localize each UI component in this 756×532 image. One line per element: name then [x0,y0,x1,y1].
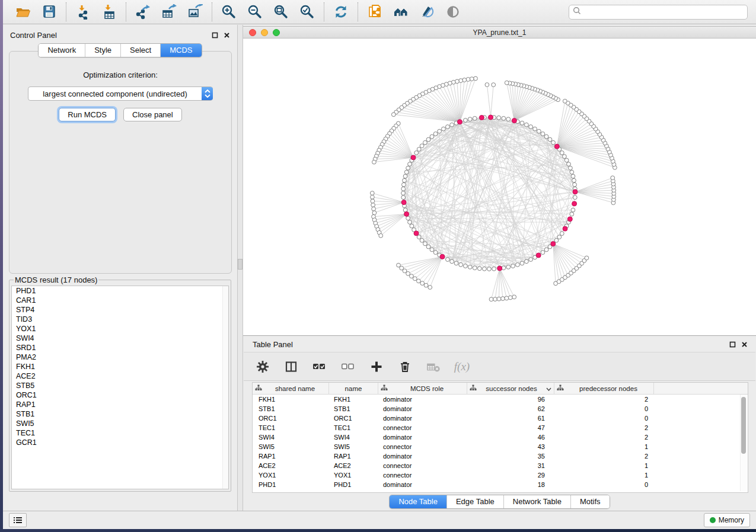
mcds-result-list[interactable]: PHD1CAR1STP4TID3YOX1SWI4SRD1PMA2FKH1ACE2… [11,286,229,489]
import-network-icon[interactable] [75,4,91,20]
table-row[interactable]: SWI4SWI4dominator462 [253,432,748,442]
close-panel-icon[interactable] [741,341,748,348]
cell-name: SWI4 [329,434,378,441]
import-table-icon[interactable] [101,4,117,20]
mcds-result-node[interactable]: TID3 [12,315,228,324]
panel-divider[interactable] [237,25,243,511]
mcds-result-node[interactable]: TEC1 [12,428,228,438]
column-label: name [331,385,375,392]
tab-node-table[interactable]: Node Table [390,495,446,508]
export-image-icon[interactable] [187,4,203,20]
column-header-name[interactable]: name [329,383,378,394]
zoom-out-icon[interactable] [247,4,263,20]
delete-column-icon[interactable] [398,360,412,374]
mcds-result-node[interactable]: SRD1 [12,343,228,352]
export-network-icon[interactable] [135,4,151,20]
scrollbar-thumb[interactable] [741,397,746,454]
search-box[interactable] [569,5,748,20]
tab-select[interactable]: Select [120,44,160,57]
table-row[interactable]: SWI5SWI5connector431 [253,442,748,451]
tab-style[interactable]: Style [85,44,120,57]
table-row[interactable]: RAP1RAP1dominator352 [253,451,748,461]
mcds-result-node[interactable]: PHD1 [12,286,228,296]
mcds-result-node[interactable]: YOX1 [12,324,228,334]
mcds-result-node[interactable]: GCR1 [12,438,228,447]
task-history-button[interactable] [9,513,27,527]
float-panel-icon[interactable] [729,341,736,348]
tab-motifs[interactable]: Motifs [570,495,610,508]
mcds-result-node[interactable]: SWI5 [12,419,228,428]
zoom-selected-icon[interactable] [299,4,315,20]
select-all-icon[interactable] [312,360,327,374]
divider-handle-icon[interactable] [238,259,243,270]
new-network-from-selection-icon[interactable] [366,4,383,20]
mcds-result-title: MCDS result (17 nodes) [14,275,98,284]
table-row[interactable]: TEC1TEC1connector472 [253,423,748,432]
memory-status-icon [710,517,716,523]
mcds-result-node[interactable]: PMA2 [12,352,228,362]
maximize-window-icon[interactable] [273,29,280,36]
tab-network[interactable]: Network [39,44,85,57]
column-header-shared-name[interactable]: shared name [253,383,329,394]
tab-network-table[interactable]: Network Table [503,495,570,508]
list-scrollbar[interactable] [222,286,228,489]
save-session-icon[interactable] [41,4,58,20]
cell-shared-name: SWI4 [253,434,329,441]
search-input[interactable] [583,7,744,17]
network-graph[interactable] [243,39,756,335]
close-window-icon[interactable] [249,29,256,36]
mcds-result-node[interactable]: STB1 [12,409,228,419]
column-header-MCDS-role[interactable]: MCDS role [378,383,467,394]
refresh-icon[interactable] [333,4,349,20]
mcds-result-node[interactable]: STP4 [12,305,228,315]
mcds-result-node[interactable]: SWI4 [12,334,228,343]
table-row[interactable]: YOX1YOX1connector291 [253,470,748,480]
function-builder-icon: f(x) [455,360,469,374]
close-panel-icon[interactable] [223,31,230,39]
mcds-result-node[interactable]: CAR1 [12,296,228,305]
table-row[interactable]: ORC1ORC1dominator610 [253,414,748,423]
network-window-titlebar[interactable]: YPA_prune.txt_1 [243,27,756,39]
show-hide-icon[interactable] [445,4,461,20]
column-label: shared name [264,385,326,392]
deselect-all-icon[interactable] [341,360,355,374]
mcds-result-node[interactable]: ORC1 [12,390,228,400]
column-header-successor-nodes[interactable]: successor nodes [467,383,554,394]
export-table-icon[interactable] [161,4,177,20]
optimization-criterion-select[interactable]: largest connected component (undirected) [28,86,213,101]
mcds-result-node[interactable]: ACE2 [12,371,228,381]
memory-button[interactable]: Memory [704,513,750,527]
network-browser-icon[interactable] [393,4,409,20]
network-canvas[interactable] [243,39,756,335]
zoom-fit-icon[interactable] [273,4,289,20]
column-type-icon [557,384,564,392]
selected-option: largest connected component (undirected) [28,89,202,98]
cell-MCDS-role: dominator [378,415,467,422]
mcds-result-node[interactable]: STB5 [12,381,228,390]
close-panel-button[interactable]: Close panel [123,108,182,121]
cell-name: ACE2 [329,462,378,469]
toggle-column-icon[interactable] [284,360,298,374]
zoom-in-icon[interactable] [221,4,237,20]
float-panel-icon[interactable] [211,31,218,39]
cell-shared-name: FKH1 [253,396,329,403]
hide-graphics-details-icon[interactable] [419,4,435,20]
run-mcds-button[interactable]: Run MCDS [59,108,116,121]
settings-gear-icon[interactable] [256,360,270,374]
minimize-window-icon[interactable] [261,29,268,36]
tab-edge-table[interactable]: Edge Table [446,495,503,508]
mcds-result-node[interactable]: RAP1 [12,400,228,409]
table-row[interactable]: PHD1PHD1dominator180 [253,480,748,489]
network-view-window: YPA_prune.txt_1 [243,26,756,335]
table-row[interactable]: ACE2ACE2connector311 [253,461,748,470]
main-toolbar [3,0,756,24]
add-column-icon[interactable] [369,360,384,374]
table-scrollbar[interactable] [740,395,747,491]
column-header-predecessor-nodes[interactable]: predecessor nodes [554,383,654,394]
tab-mcds[interactable]: MCDS [160,44,201,57]
open-file-icon[interactable] [15,4,31,20]
mcds-result-node[interactable]: FKH1 [12,362,228,371]
table-row[interactable]: FKH1FKH1dominator962 [253,395,748,404]
table-row[interactable]: STB1STB1dominator620 [253,404,748,414]
cell-name: ORC1 [329,415,378,422]
